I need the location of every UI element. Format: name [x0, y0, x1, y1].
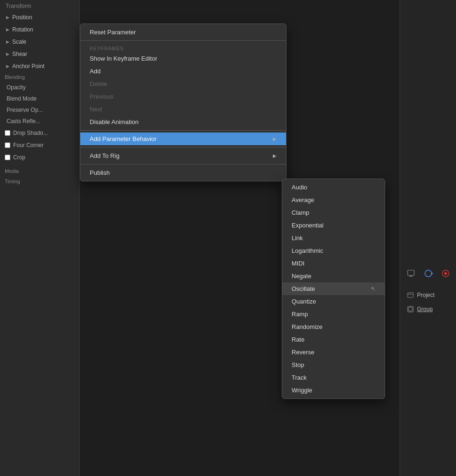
group-item[interactable]: Group: [402, 303, 454, 316]
project-item[interactable]: Project: [402, 289, 454, 302]
crop-checkbox[interactable]: [5, 155, 10, 160]
drop-shadow-checkbox[interactable]: [5, 130, 10, 136]
record-icon[interactable]: [439, 267, 452, 280]
right-panel-icons: [400, 263, 456, 284]
submenu-arrow-rig: ▶: [273, 153, 277, 158]
sub-ramp[interactable]: Ramp: [282, 308, 385, 320]
sub-reverse[interactable]: Reverse: [282, 346, 385, 359]
media-section: Media: [0, 166, 79, 176]
sub-negate[interactable]: Negate: [282, 270, 385, 282]
svg-rect-0: [408, 270, 414, 275]
svg-marker-3: [432, 272, 433, 275]
monitor-icon[interactable]: [404, 267, 417, 280]
sub-wriggle[interactable]: Wriggle: [282, 384, 385, 397]
svg-rect-9: [409, 307, 412, 311]
four-corner-item[interactable]: Four Corner: [0, 139, 79, 151]
show-keyframe-editor[interactable]: Show In Keyframe Editor: [80, 52, 286, 65]
sub-link[interactable]: Link: [282, 232, 385, 244]
sub-midi[interactable]: MIDI: [282, 257, 385, 270]
left-panel: Transform ▶ Position ▶ Rotation ▶ Scale …: [0, 0, 80, 476]
anchor-arrow: ▶: [5, 63, 10, 69]
add-parameter-behavior[interactable]: Add Parameter Behavior ▶: [80, 133, 286, 145]
blend-mode-item[interactable]: Blend Mode: [0, 93, 79, 104]
sub-stop[interactable]: Stop: [282, 359, 385, 371]
keyframes-section-label: KEYFRAMES: [80, 43, 286, 52]
separator-1: [80, 40, 286, 41]
separator-3: [80, 147, 286, 148]
sub-clamp[interactable]: Clamp: [282, 206, 385, 219]
separator-4: [80, 164, 286, 164]
next-keyframe[interactable]: Next: [80, 103, 286, 116]
delete-keyframe[interactable]: Delete: [80, 78, 286, 90]
reset-parameter[interactable]: Reset Parameter: [80, 26, 286, 39]
add-to-rig[interactable]: Add To Rig ▶: [80, 149, 286, 162]
project-icon: [407, 291, 414, 299]
sub-quantize[interactable]: Quantize: [282, 295, 385, 308]
disable-animation[interactable]: Disable Animation: [80, 116, 286, 128]
group-icon: [407, 305, 414, 313]
sub-logarithmic[interactable]: Logarithmic: [282, 244, 385, 257]
four-corner-checkbox[interactable]: [5, 142, 10, 148]
sub-randomize[interactable]: Randomize: [282, 320, 385, 333]
right-panel-items: Project Group: [400, 289, 456, 316]
panel-item-rotation[interactable]: ▶ Rotation: [0, 23, 79, 36]
panel-item-shear[interactable]: ▶ Shear: [0, 48, 79, 60]
shear-arrow: ▶: [5, 51, 10, 57]
scale-arrow: ▶: [5, 39, 10, 45]
sub-average[interactable]: Average: [282, 194, 385, 206]
context-menu-sub: Audio Average Clamp Exponential Link Log…: [282, 179, 385, 399]
panel-item-position[interactable]: ▶ Position: [0, 11, 79, 23]
sub-rate[interactable]: Rate: [282, 333, 385, 346]
transform-title: Transform: [0, 0, 79, 11]
previous-keyframe[interactable]: Previous: [80, 90, 286, 103]
panel-item-anchor-point[interactable]: ▶ Anchor Point: [0, 60, 79, 72]
submenu-arrow-behavior: ▶: [273, 136, 277, 141]
context-menu-main: Reset Parameter KEYFRAMES Show In Keyfra…: [80, 23, 286, 181]
svg-point-5: [444, 272, 447, 275]
cursor-indicator: ↖: [371, 286, 375, 292]
loop-icon[interactable]: [422, 267, 435, 280]
drop-shadow-item[interactable]: Drop Shado...: [0, 127, 79, 139]
opacity-item[interactable]: Opacity: [0, 82, 79, 93]
rotation-arrow: ▶: [5, 27, 10, 32]
preserve-item[interactable]: Preserve Op...: [0, 104, 79, 116]
publish[interactable]: Publish: [80, 166, 286, 179]
timing-section: Timing: [0, 177, 79, 186]
svg-rect-6: [408, 293, 413, 297]
sub-track[interactable]: Track: [282, 371, 385, 384]
right-panel: Project Group: [400, 0, 456, 476]
crop-item[interactable]: Crop: [0, 151, 79, 164]
sub-exponential[interactable]: Exponential: [282, 219, 385, 232]
sub-audio[interactable]: Audio: [282, 181, 385, 194]
blending-section: Blending: [0, 72, 79, 82]
casts-item[interactable]: Casts Refle...: [0, 116, 79, 127]
separator-2: [80, 130, 286, 131]
panel-item-scale[interactable]: ▶ Scale: [0, 36, 79, 48]
sub-oscillate[interactable]: Oscillate ↖: [282, 282, 385, 295]
position-arrow: ▶: [5, 15, 10, 20]
add-keyframe[interactable]: Add: [80, 65, 286, 78]
